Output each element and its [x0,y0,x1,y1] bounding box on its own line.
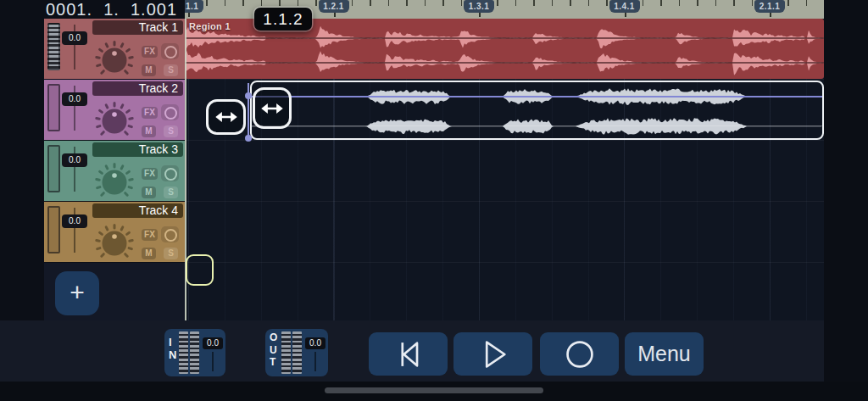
ruler-tick [606,0,608,6]
record-icon [563,337,597,371]
ruler-tick [279,0,281,6]
play-icon [476,337,510,371]
ruler-bar-tag: 2.1.1 [754,0,785,13]
ruler-tick [388,0,390,6]
add-track-button[interactable]: + [55,271,99,315]
track-gain-value: 0.0 [62,153,87,167]
ruler-tick [315,0,317,6]
mute-button[interactable]: M [142,125,156,137]
output-meter [281,331,302,374]
track-name[interactable]: Track 2 [92,81,183,96]
region-edge-dot-bottom [245,135,252,142]
track-gain-value: 0.0 [62,92,87,106]
ruler-tick [533,0,535,6]
row-separator [185,262,824,263]
ruler-tick [225,0,226,6]
trim-handle-left[interactable] [206,99,246,135]
solo-button[interactable]: S [164,248,178,259]
track-header-4[interactable]: 0.0 Track 4 FX M S [44,202,185,262]
region-edge-dot-top [245,92,252,99]
ruler-bar-tag: 1.1.1 [185,0,203,13]
fx-button[interactable]: FX [142,168,158,180]
record-arm-button[interactable] [161,165,179,181]
track-gain-value: 0.0 [62,214,87,228]
ruler-bar-tag: 1.3.1 [464,0,494,13]
ruler-tick [406,0,408,6]
track-header-1[interactable]: 0.0 Track 1 FX M S [44,19,185,79]
input-meter-panel[interactable]: I N 0.0 [164,329,225,376]
play-button[interactable] [453,332,532,376]
region-label: Region 1 [189,21,231,31]
right-edge-strip [824,0,868,382]
output-gain-value: 0.0 [305,337,326,349]
waveform-track2 [252,82,822,138]
track-level-meter [47,84,60,131]
automation-line[interactable] [252,96,822,97]
ruler-tick [298,0,299,6]
fx-button[interactable]: FX [142,229,158,241]
track-name[interactable]: Track 1 [92,20,183,35]
ruler-tick [206,0,208,6]
menu-button[interactable]: Menu [625,332,704,376]
ruler-tick [352,0,353,6]
loop-region-marker[interactable] [186,254,214,286]
pan-knob[interactable] [95,41,134,80]
record-arm-button[interactable] [161,43,179,59]
ruler-tick [679,0,681,6]
track-header-3[interactable]: 0.0 Track 3 FX M S [44,141,185,201]
ruler-tick [588,0,590,6]
input-fader[interactable] [212,352,214,371]
record-arm-button[interactable] [161,226,179,242]
pan-knob[interactable] [95,163,134,202]
output-fader[interactable] [314,352,316,371]
row-separator [185,201,824,202]
skip-to-start-button[interactable] [369,332,448,376]
channel-zero-line [252,125,822,126]
ruler-bar-tag: 1.4.1 [609,0,640,13]
ruler-tick [806,0,808,6]
fx-button[interactable]: FX [142,46,158,58]
track-gain-value: 0.0 [62,31,87,45]
row-separator [185,79,824,80]
mute-button[interactable]: M [142,64,156,76]
ruler-tick [570,0,571,6]
input-gain-value: 0.0 [203,337,223,349]
mute-button[interactable]: M [142,187,156,198]
ruler-tick [552,0,554,6]
mute-button[interactable]: M [142,248,156,259]
track-name[interactable]: Track 4 [92,203,183,218]
daw-app: 0001. 1. 1.001 Region 1 1.1.11.2.11.3.11… [0,0,868,401]
home-indicator[interactable] [325,387,543,393]
skip-to-start-icon [392,337,426,371]
ruler-tick [733,0,735,6]
output-label: O U T [270,331,277,369]
solo-button[interactable]: S [164,125,178,137]
fx-button[interactable]: FX [142,107,158,119]
trim-handle-right[interactable] [253,87,292,129]
ruler-tick [461,0,463,6]
pan-knob[interactable] [95,224,134,263]
ruler-tick [715,0,717,6]
ruler-tick [442,0,444,6]
ruler-tick [515,0,517,6]
record-button[interactable] [540,332,619,376]
ruler-tick [787,0,789,6]
ruler-tick [370,0,371,6]
record-arm-button[interactable] [161,104,179,120]
ruler-tick [497,0,498,6]
region-edge-line [248,83,249,139]
output-meter-panel[interactable]: O U T 0.0 [265,329,328,376]
solo-button[interactable]: S [164,187,178,198]
track-level-meter [47,206,60,253]
ruler-tick [643,0,644,6]
ruler-tick [752,0,754,6]
position-tooltip: 1.1.2 [254,8,312,31]
track-header-2[interactable]: 0.0 Track 2 FX M S [44,80,185,140]
pan-knob[interactable] [95,102,134,141]
track-level-meter [47,23,60,70]
ruler-tick [697,0,698,6]
ruler-bar-tag: 1.2.1 [319,0,349,13]
track-name[interactable]: Track 3 [92,142,183,157]
solo-button[interactable]: S [164,64,178,76]
ruler-tick [261,0,263,6]
